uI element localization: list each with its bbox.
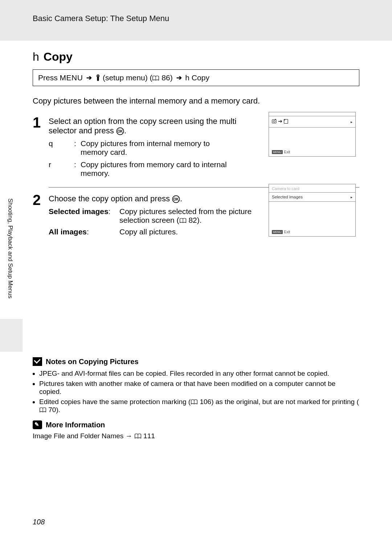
nav-path-box: Press MENU (setup menu) ( 86) h Copy <box>33 69 359 86</box>
svg-text:OK: OK <box>117 129 123 133</box>
step-2-number: 2 <box>33 193 49 239</box>
step-2-title-end: . <box>180 194 182 203</box>
ok-icon: OK <box>116 126 124 135</box>
colon: : <box>109 207 111 215</box>
ms1-footer-label: Exit <box>284 150 290 154</box>
more-info-title: More Information <box>46 421 105 429</box>
notes-bullet: JPEG- and AVI-format files can be copied… <box>39 370 359 378</box>
camera-screen-1: MENU Exit <box>269 112 356 157</box>
arrow-icon <box>86 74 92 82</box>
step-2-title: Choose the copy option and press OK. <box>49 194 252 203</box>
more-info-header: More Information <box>33 420 359 429</box>
notes-b3-post: 70). <box>46 406 60 414</box>
camera-to-card-icon <box>272 118 289 125</box>
info-text-pre: Image File and Folder Names → <box>33 432 134 440</box>
notes-bullet: Pictures taken with another make of came… <box>39 380 359 396</box>
colon: : <box>74 160 81 169</box>
check-icon <box>33 357 42 366</box>
chevron-right-icon <box>351 195 352 199</box>
page-number: 108 <box>33 518 45 526</box>
camera-screen-2: Camera to card Selected images MENU Exit <box>269 184 356 237</box>
ms2-row-text: Selected images <box>272 195 303 199</box>
svg-rect-6 <box>272 120 276 123</box>
def-label-bold: All images <box>49 227 87 236</box>
step-1-title-end: . <box>124 126 126 135</box>
sidebar-section-label: Shooting, Playback and Setup Menus <box>7 198 14 298</box>
notes-b3-pre: Edited copies have the same protection m… <box>39 398 191 406</box>
wrench-icon <box>95 73 101 82</box>
nav-press: Press <box>38 73 58 82</box>
notes-list: JPEG- and AVI-format files can be copied… <box>33 370 359 414</box>
step-1-title: Select an option from the copy screen us… <box>49 117 245 136</box>
intro-text: Copy pictures between the internal memor… <box>33 96 359 106</box>
step-1-row-letter: q <box>49 139 74 148</box>
info-text-post: 111 <box>142 432 155 440</box>
svg-rect-8 <box>275 119 276 120</box>
arrow-icon <box>176 74 182 82</box>
book-icon <box>179 216 187 224</box>
book-icon <box>152 73 159 82</box>
svg-text:OK: OK <box>173 197 179 201</box>
title-main: Copy <box>44 50 73 63</box>
chevron-right-icon <box>351 120 352 124</box>
notes-title: Notes on Copying Pictures <box>46 358 139 366</box>
book-icon <box>39 406 46 414</box>
page-header: Basic Camera Setup: The Setup Menu <box>33 14 169 23</box>
def-label-all: All images: <box>49 227 119 236</box>
def-label-selected: Selected images: <box>49 207 119 216</box>
def-text-ref: 82). <box>187 216 202 224</box>
notes-b3-mid: 106) as the original, but are not marked… <box>198 398 359 406</box>
ms2-footer-label: Exit <box>284 230 290 234</box>
svg-point-7 <box>273 120 275 122</box>
step-1-row-letter: r <box>49 160 74 169</box>
nav-suffix: h Copy <box>185 73 209 82</box>
more-info-text: Image File and Folder Names → 111 <box>33 432 359 440</box>
colon: : <box>87 227 89 236</box>
def-text-selected: Copy pictures selected from the picture … <box>119 207 257 225</box>
step-2-title-text: Choose the copy option and press <box>49 194 172 203</box>
notes-header: Notes on Copying Pictures <box>33 357 359 366</box>
sidebar-tab <box>0 319 23 352</box>
nav-setup-text: (setup menu) ( <box>103 73 152 82</box>
pencil-note-icon <box>33 420 42 429</box>
menu-button-label: MENU <box>60 73 83 82</box>
book-icon <box>134 432 142 440</box>
page-title: hCopy <box>33 50 359 64</box>
title-prefix: h <box>33 50 39 63</box>
menu-badge: MENU <box>272 150 283 154</box>
ok-icon: OK <box>172 194 180 203</box>
colon: : <box>74 139 81 148</box>
def-label-bold: Selected images <box>49 207 109 215</box>
notes-bullet: Edited copies have the same protection m… <box>39 398 359 414</box>
nav-ref1: 86) <box>159 73 172 82</box>
book-icon <box>191 398 198 406</box>
step-1-row-text: Copy pictures from memory card to intern… <box>81 160 233 178</box>
step-1-number: 1 <box>33 115 49 183</box>
step-1-row-text: Copy pictures from internal memory to me… <box>81 139 233 157</box>
def-text-all: Copy all pictures. <box>119 227 178 236</box>
ms2-header-small: Camera to card <box>272 186 299 191</box>
step-1-title-text: Select an option from the copy screen us… <box>49 117 236 135</box>
menu-badge: MENU <box>272 230 283 234</box>
